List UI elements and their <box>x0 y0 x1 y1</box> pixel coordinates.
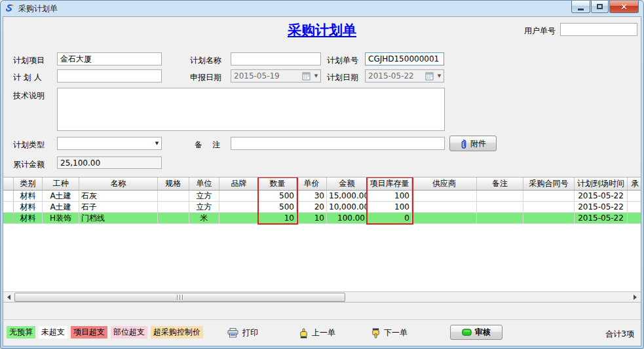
table-cell[interactable]: 2015-05-22 <box>575 191 628 201</box>
plan-type-select[interactable]: ▼ <box>57 137 162 150</box>
table-cell[interactable] <box>158 202 189 212</box>
table-cell[interactable]: H装饰 <box>43 213 79 223</box>
table-cell[interactable] <box>628 191 641 201</box>
table-cell[interactable] <box>523 213 575 223</box>
minimize-button[interactable] <box>571 1 590 13</box>
plan-no-input[interactable] <box>365 52 444 65</box>
table-cell[interactable]: 米 <box>189 213 219 223</box>
table-cell[interactable] <box>412 191 477 201</box>
column-header[interactable]: 项目库存量 <box>368 177 412 190</box>
planner-input[interactable] <box>57 69 162 83</box>
table-cell[interactable]: A土建 <box>43 202 79 212</box>
column-header[interactable]: 计划到场时间 <box>575 177 628 190</box>
column-header[interactable]: 承 <box>628 177 641 190</box>
table-cell[interactable]: 2015-05-22 <box>575 213 628 223</box>
table-cell[interactable] <box>523 191 575 201</box>
scroll-right-button[interactable] <box>630 292 641 303</box>
table-cell[interactable]: 100 <box>368 191 412 201</box>
table-cell[interactable] <box>158 191 189 201</box>
table-cell[interactable]: 100.00 <box>327 213 368 223</box>
titlebar: 采购计划单 ✕ <box>1 1 643 16</box>
status-legend: 无预算未超支项目超支部位超支超采购控制价 <box>7 326 203 339</box>
table-cell[interactable] <box>628 213 641 223</box>
table-row[interactable]: 材料A土建石子立方5002010,000.001002015-05-22 <box>3 202 641 213</box>
table-cell[interactable] <box>412 213 477 223</box>
table-cell[interactable]: 10,000.00 <box>327 202 368 212</box>
table-cell[interactable]: 10 <box>259 213 297 223</box>
table-cell[interactable]: 立方 <box>189 191 219 201</box>
declare-date-picker[interactable]: 2015-05-19 ▼ <box>231 69 321 83</box>
column-header[interactable]: 供应商 <box>412 177 477 190</box>
table-cell[interactable] <box>158 213 189 223</box>
planner-label: 计 划 人 <box>13 72 42 83</box>
table-cell[interactable]: 材料 <box>14 191 43 201</box>
plan-date-picker[interactable]: 2015-05-22 ▼ <box>365 69 444 83</box>
row-indicator[interactable] <box>3 191 14 201</box>
column-header[interactable]: 采购合同号 <box>523 177 575 190</box>
statusbar-separator <box>3 320 641 321</box>
table-cell[interactable] <box>477 202 523 212</box>
table-cell[interactable]: 30 <box>297 191 327 201</box>
table-cell[interactable]: 材料 <box>14 202 43 212</box>
column-header[interactable]: 名称 <box>79 177 158 190</box>
table-cell[interactable] <box>523 202 575 212</box>
table-cell[interactable] <box>628 202 641 212</box>
total-amount-label: 累计金额 <box>13 159 45 170</box>
table-cell[interactable]: 0 <box>368 213 412 223</box>
total-amount-field <box>57 156 162 169</box>
table-cell[interactable] <box>477 213 523 223</box>
table-cell[interactable] <box>219 202 259 212</box>
table-cell[interactable] <box>477 191 523 201</box>
table-cell[interactable]: 立方 <box>189 202 219 212</box>
column-header[interactable]: 单价 <box>297 177 327 190</box>
column-header[interactable]: 类别 <box>14 177 43 190</box>
table-cell[interactable]: 2015-05-22 <box>575 202 628 212</box>
column-header[interactable]: 金额 <box>327 177 368 190</box>
column-header[interactable]: 工种 <box>43 177 79 190</box>
row-indicator[interactable] <box>3 213 14 223</box>
table-row[interactable]: 材料H装饰门档线米1010100.0002015-05-22 <box>3 213 641 224</box>
column-header[interactable]: 备注 <box>477 177 523 190</box>
table-header-row: 类别工种名称规格单位品牌数量单价金额项目库存量供应商备注采购合同号计划到场时间承 <box>3 177 641 191</box>
column-header[interactable]: 数量 <box>259 177 297 190</box>
next-record-button[interactable]: 下一单 <box>371 327 407 339</box>
record-count: 合计3项 <box>605 329 634 340</box>
previous-record-button[interactable]: 上一单 <box>299 327 335 339</box>
table-cell[interactable]: 10 <box>297 213 327 223</box>
table-cell[interactable] <box>219 213 259 223</box>
table-cell[interactable]: 石灰 <box>79 191 158 201</box>
plan-project-input[interactable] <box>57 52 162 65</box>
column-header[interactable]: 规格 <box>158 177 189 190</box>
table-cell[interactable] <box>219 191 259 201</box>
table-cell[interactable]: 门档线 <box>79 213 158 223</box>
app-logo-icon <box>5 3 15 14</box>
table-cell[interactable]: 20 <box>297 202 327 212</box>
maximize-button[interactable] <box>591 1 609 13</box>
window: 采购计划单 ✕ 采购计划单 用户单号 计划项目 计划名称 计划单号 计 划 人 … <box>0 0 644 349</box>
table-cell[interactable]: 500 <box>259 202 297 212</box>
print-button[interactable]: 打印 <box>227 327 258 339</box>
table-cell[interactable]: 材料 <box>14 213 43 223</box>
table-cell[interactable]: 石子 <box>79 202 158 212</box>
column-header[interactable]: 品牌 <box>219 177 259 190</box>
scroll-left-button[interactable] <box>3 292 14 303</box>
remark-label: 备 注 <box>195 139 220 151</box>
column-header[interactable]: 单位 <box>189 177 219 190</box>
table-row[interactable]: 材料A土建石灰立方5003015,000.001002015-05-22 <box>3 191 641 202</box>
plan-name-input[interactable] <box>231 52 321 65</box>
table-cell[interactable]: 100 <box>368 202 412 212</box>
table-cell[interactable]: A土建 <box>43 191 79 201</box>
tech-note-textarea[interactable] <box>57 88 445 131</box>
table-cell[interactable] <box>412 202 477 212</box>
approve-button[interactable]: 审核 <box>450 325 502 340</box>
next-record-label: 下一单 <box>384 327 407 339</box>
user-no-input[interactable] <box>560 23 637 36</box>
close-button[interactable]: ✕ <box>609 1 639 13</box>
scrollbar-thumb[interactable] <box>14 293 345 302</box>
attachment-button[interactable]: 附件 <box>449 136 497 151</box>
table-cell[interactable]: 500 <box>259 191 297 201</box>
horizontal-scrollbar[interactable] <box>3 291 641 303</box>
row-indicator[interactable] <box>3 202 14 212</box>
remark-input[interactable] <box>231 137 445 150</box>
table-cell[interactable]: 15,000.00 <box>327 191 368 201</box>
